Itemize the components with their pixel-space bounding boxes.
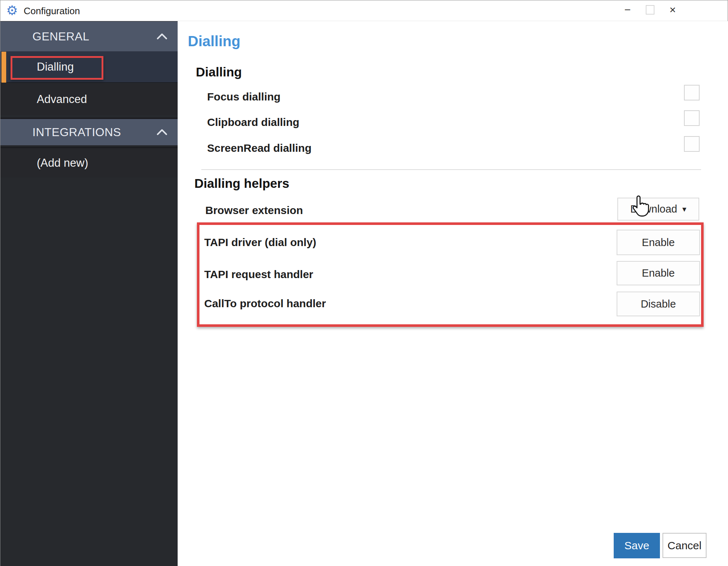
sidebar-group-general-label: GENERAL xyxy=(32,30,89,43)
sidebar-item-advanced[interactable]: Advanced xyxy=(0,84,178,115)
callto-protocol-handler-label: CallTo protocol handler xyxy=(204,297,326,310)
screenread-dialling-checkbox[interactable] xyxy=(684,136,700,152)
cancel-button[interactable]: Cancel xyxy=(662,533,707,558)
callto-disable-label: Disable xyxy=(641,298,676,310)
sidebar-item-advanced-label: Advanced xyxy=(37,93,87,106)
sidebar-group-integrations[interactable]: INTEGRATIONS xyxy=(0,118,178,145)
sidebar-item-add-new[interactable]: (Add new) xyxy=(0,147,178,178)
active-item-indicator xyxy=(1,52,6,83)
focus-dialling-checkbox[interactable] xyxy=(684,85,700,100)
section-title-dialling-helpers: Dialling helpers xyxy=(194,176,289,191)
window-controls: − × xyxy=(616,0,684,21)
tapi-request-enable-label: Enable xyxy=(642,267,674,279)
minimize-icon: − xyxy=(624,4,631,16)
cursor-hand-icon xyxy=(632,195,649,217)
sidebar: GENERAL Dialling Advanced INTEGRATIONS (… xyxy=(0,21,178,566)
chevron-down-icon: ▾ xyxy=(682,205,686,214)
chevron-up-icon xyxy=(157,33,167,40)
configuration-window: ⚙ Configuration − × GENERAL Dialling xyxy=(0,0,728,566)
download-button[interactable]: Download ▾ xyxy=(617,198,699,221)
sidebar-group-integrations-label: INTEGRATIONS xyxy=(32,126,121,139)
sidebar-item-dialling-label: Dialling xyxy=(37,60,74,74)
tapi-driver-enable-label: Enable xyxy=(642,237,674,249)
main-content: Dialling Dialling Focus dialling Clipboa… xyxy=(178,21,728,566)
save-button[interactable]: Save xyxy=(614,533,660,558)
clipboard-dialling-label: Clipboard dialling xyxy=(207,115,299,129)
title-bar: ⚙ Configuration − × xyxy=(0,0,728,21)
save-button-label: Save xyxy=(624,539,649,552)
close-button[interactable]: × xyxy=(661,0,684,19)
tapi-driver-label: TAPI driver (dial only) xyxy=(204,235,316,249)
page-title: Dialling xyxy=(188,33,240,50)
tapi-request-handler-label: TAPI request handler xyxy=(204,268,313,281)
focus-dialling-label: Focus dialling xyxy=(207,90,281,104)
close-icon: × xyxy=(669,4,676,16)
sidebar-item-add-new-label: (Add new) xyxy=(37,157,88,170)
settings-gear-icon: ⚙ xyxy=(6,3,18,19)
minimize-button[interactable]: − xyxy=(616,0,639,19)
cancel-button-label: Cancel xyxy=(668,539,701,552)
section-divider xyxy=(201,169,701,170)
section-title-dialling: Dialling xyxy=(196,65,242,79)
clipboard-dialling-checkbox[interactable] xyxy=(684,110,700,126)
maximize-icon xyxy=(646,5,654,15)
maximize-button[interactable] xyxy=(639,0,661,19)
tapi-driver-enable-button[interactable]: Enable xyxy=(617,230,700,255)
tapi-request-enable-button[interactable]: Enable xyxy=(617,261,700,285)
callto-disable-button[interactable]: Disable xyxy=(617,292,700,316)
sidebar-item-dialling[interactable]: Dialling xyxy=(0,51,178,83)
screenread-dialling-label: ScreenRead dialling xyxy=(207,141,312,155)
chevron-up-icon xyxy=(157,129,167,135)
sidebar-group-general[interactable]: GENERAL xyxy=(0,21,178,51)
browser-extension-label: Browser extension xyxy=(205,203,303,217)
window-title: Configuration xyxy=(24,5,80,17)
